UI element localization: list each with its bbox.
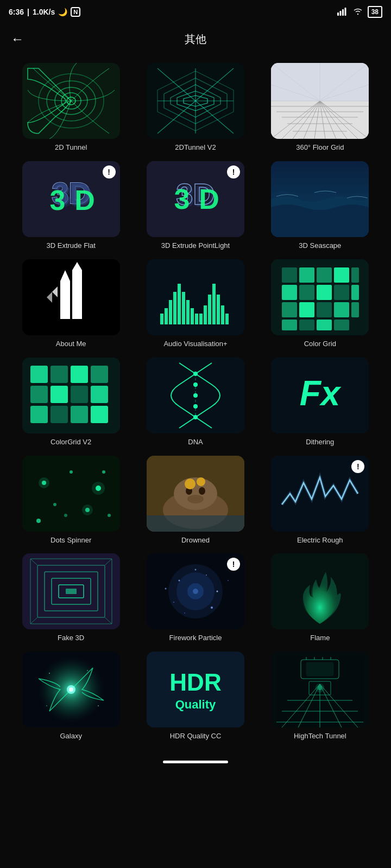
network-speed: | — [27, 8, 29, 16]
svg-rect-2 — [342, 9, 344, 16]
thumb-dna — [147, 358, 244, 433]
warning-badge-3d-extrude-flat: ! — [103, 165, 116, 178]
grid-item-galaxy[interactable]: Galaxy — [13, 652, 129, 741]
svg-rect-87 — [299, 267, 314, 283]
thumb-hdr: HDR Quality — [147, 652, 244, 727]
label-2dtunnel-v2: 2DTunnel V2 — [175, 143, 216, 152]
label-colorgrid-v2: ColorGrid V2 — [51, 438, 91, 447]
svg-rect-73 — [178, 284, 181, 324]
grid-item-fake3d[interactable]: Fake 3D — [13, 553, 129, 643]
grid-item-hightech[interactable]: HighTech Tunnel — [262, 652, 378, 741]
grid-item-firework[interactable]: ! Firework Particle — [137, 553, 253, 643]
svg-rect-84 — [225, 314, 229, 324]
svg-rect-83 — [221, 305, 224, 324]
svg-rect-102 — [299, 320, 314, 330]
grid-item-360floor[interactable]: 360° Floor Grid — [262, 63, 378, 152]
svg-rect-78 — [199, 314, 203, 324]
grid-item-dithering[interactable]: Fx Dithering — [262, 358, 378, 447]
svg-point-171 — [194, 569, 196, 571]
grid-item-color-grid[interactable]: Color Grid — [262, 259, 378, 349]
svg-point-183 — [87, 670, 88, 671]
moon-icon: 🌙 — [58, 8, 67, 16]
svg-point-148 — [197, 477, 205, 486]
svg-rect-95 — [351, 285, 359, 300]
svg-point-180 — [69, 687, 73, 692]
svg-point-137 — [39, 477, 49, 488]
grid-item-3d-extrude-flat[interactable]: ! 3D 3D 3D 3D D 3 3D Extrude Flat — [13, 161, 129, 251]
svg-rect-100 — [351, 302, 359, 317]
thumb-colorgrid-v2 — [22, 358, 120, 433]
thumb-about-me — [22, 259, 120, 335]
wifi-icon — [352, 7, 363, 17]
svg-point-169 — [211, 607, 213, 609]
home-indicator[interactable] — [163, 761, 228, 763]
thumb-3d-extrude-pl: ! 3D 3D D 3 — [147, 161, 244, 237]
label-drowned: Drowned — [181, 536, 210, 545]
label-360floor: 360° Floor Grid — [296, 143, 344, 152]
svg-rect-92 — [299, 285, 314, 300]
svg-rect-61 — [22, 259, 120, 335]
svg-point-143 — [174, 477, 217, 510]
svg-rect-75 — [186, 300, 190, 324]
svg-rect-112 — [71, 386, 88, 403]
thumb-3d-extrude-flat: ! 3D 3D 3D 3D D 3 — [22, 161, 120, 237]
svg-text:3: 3 — [49, 184, 65, 216]
svg-point-168 — [173, 602, 174, 603]
label-about-me: About Me — [56, 340, 86, 349]
svg-rect-157 — [66, 589, 77, 594]
svg-point-165 — [178, 580, 180, 582]
thumb-galaxy — [22, 652, 120, 727]
back-button[interactable]: ← — [11, 31, 24, 47]
status-left: 6:36 | 1.0K/s 🌙 N — [9, 7, 80, 17]
grid-item-drowned[interactable]: Drowned — [137, 456, 253, 545]
thumb-flame — [271, 553, 369, 629]
svg-point-170 — [184, 612, 185, 614]
svg-rect-63 — [72, 270, 82, 319]
status-right: 38 — [337, 6, 382, 18]
svg-point-172 — [228, 580, 229, 581]
svg-point-181 — [49, 673, 50, 674]
svg-rect-97 — [299, 302, 314, 317]
svg-rect-96 — [282, 302, 297, 317]
svg-point-131 — [53, 503, 56, 506]
label-audio-vis: Audio Visualisation+ — [163, 340, 227, 349]
grid-item-hdr[interactable]: HDR Quality HDR Quality CC — [137, 652, 253, 741]
warning-badge-3d-extrude-pl: ! — [227, 165, 240, 178]
label-galaxy: Galaxy — [60, 732, 81, 741]
svg-point-182 — [98, 705, 99, 706]
label-color-grid: Color Grid — [304, 340, 336, 349]
svg-rect-106 — [30, 366, 48, 383]
svg-rect-0 — [337, 12, 339, 16]
grid-item-dna[interactable]: DNA — [137, 358, 253, 447]
svg-text:D: D — [74, 184, 95, 216]
svg-rect-115 — [51, 406, 68, 423]
grid-item-flame[interactable]: Flame — [262, 553, 378, 643]
label-dna: DNA — [188, 438, 203, 447]
grid-item-electric-rough[interactable]: ! Electric Rough — [262, 456, 378, 545]
svg-point-147 — [185, 478, 195, 489]
grid-item-dots-spinner[interactable]: Dots Spinner — [13, 456, 129, 545]
grid-item-2dtunnel-v2[interactable]: 2DTunnel V2 — [137, 63, 253, 152]
grid-item-2d-tunnel[interactable]: 2D Tunnel — [13, 63, 129, 152]
grid-item-audio-vis[interactable]: Audio Visualisation+ — [137, 259, 253, 349]
svg-point-146 — [187, 495, 204, 503]
bottom-bar — [0, 754, 391, 770]
thumb-2dtunnel-v2 — [147, 63, 244, 139]
svg-point-175 — [193, 589, 198, 594]
grid-item-3d-extrude-pl[interactable]: ! 3D 3D D 3 3D Extrude PointLight — [137, 161, 253, 251]
svg-rect-103 — [317, 320, 332, 330]
svg-rect-80 — [208, 295, 211, 324]
svg-point-199 — [318, 686, 322, 690]
label-3d-extrude-flat: 3D Extrude Flat — [47, 241, 96, 251]
label-3d-extrude-pl: 3D Extrude PointLight — [161, 241, 230, 251]
grid-item-about-me[interactable]: About Me — [13, 259, 129, 349]
grid-item-colorgrid-v2[interactable]: ColorGrid V2 — [13, 358, 129, 447]
label-hdr: HDR Quality CC — [170, 732, 222, 741]
thumb-drowned — [147, 456, 244, 532]
thumb-2d-tunnel — [22, 63, 120, 139]
grid-item-3d-seascape[interactable]: 3D Seascape — [262, 161, 378, 251]
svg-rect-81 — [212, 284, 216, 324]
thumb-electric-rough: ! — [271, 456, 369, 532]
svg-rect-104 — [334, 320, 349, 330]
svg-text:HDR: HDR — [169, 669, 221, 695]
